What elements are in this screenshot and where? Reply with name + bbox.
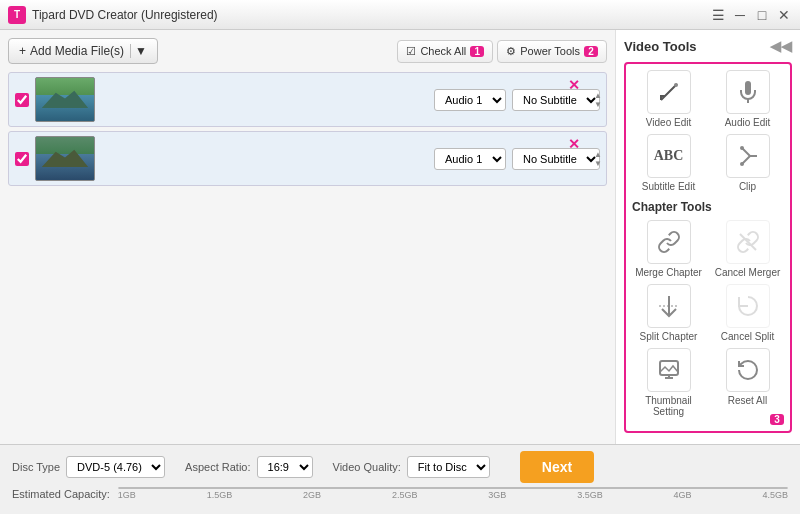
video-quality-select[interactable]: Fit to Disc High Medium Low <box>407 456 490 478</box>
video-edit-icon <box>647 70 691 114</box>
clip-tool[interactable]: Clip <box>711 134 784 192</box>
audio-select-2[interactable]: Audio 1 Audio 2 <box>434 148 506 170</box>
collapse-icon[interactable]: ◀◀ <box>770 38 792 54</box>
titlebar: T Tipard DVD Creator (Unregistered) ☰ ─ … <box>0 0 800 30</box>
power-tools-button[interactable]: ⚙ Power Tools 2 <box>497 40 607 63</box>
clip-label: Clip <box>739 181 756 192</box>
check-all-label: Check All <box>420 45 466 57</box>
subtitle-select-1[interactable]: No Subtitle Subtitle 1 <box>512 89 600 111</box>
video-edit-tool[interactable]: Video Edit <box>632 70 705 128</box>
cancel-merger-icon <box>726 220 770 264</box>
video-edit-label: Video Edit <box>646 117 691 128</box>
left-panel: + Add Media File(s) ▼ ☑ Check All 1 ⚙ Po… <box>0 30 615 444</box>
media-thumbnail-2 <box>35 136 95 181</box>
cancel-merger-label: Cancel Merger <box>715 267 781 278</box>
main-area: + Add Media File(s) ▼ ☑ Check All 1 ⚙ Po… <box>0 30 800 444</box>
toolbar-right: ☑ Check All 1 ⚙ Power Tools 2 <box>397 40 607 63</box>
chapter-tools-title: Chapter Tools <box>632 200 784 214</box>
down-arrow-icon[interactable]: ▼ <box>594 100 602 109</box>
video-tools-section: Video Edit Audio Edit ABC Subtitle Edit <box>624 62 792 433</box>
estimated-capacity-label: Estimated Capacity: <box>12 488 110 500</box>
up-arrow-icon[interactable]: ▲ <box>594 91 602 100</box>
check-all-badge: 1 <box>470 46 484 57</box>
power-tools-label: Power Tools <box>520 45 580 57</box>
video-tools-title: Video Tools <box>624 39 696 54</box>
merge-chapter-label: Merge Chapter <box>635 267 702 278</box>
media-list: Audio 1 Audio 2 No Subtitle Subtitle 1 ✕… <box>8 72 607 186</box>
aspect-ratio-select[interactable]: 16:9 4:3 <box>257 456 313 478</box>
toolbar: + Add Media File(s) ▼ ☑ Check All 1 ⚙ Po… <box>8 38 607 64</box>
bottom-settings-row: Disc Type DVD-5 (4.76) DVD-9 (8.5) Aspec… <box>12 451 788 483</box>
up-arrow-icon[interactable]: ▲ <box>594 150 602 159</box>
disc-type-field: Disc Type DVD-5 (4.76) DVD-9 (8.5) <box>12 456 165 478</box>
aspect-ratio-label: Aspect Ratio: <box>185 461 250 473</box>
reset-all-tool[interactable]: Reset All <box>711 348 784 417</box>
media-thumbnail-1 <box>35 77 95 122</box>
thumbnail-setting-icon <box>647 348 691 392</box>
reorder-arrows-2[interactable]: ▲ ▼ <box>594 150 602 168</box>
minimize-icon[interactable]: ─ <box>732 7 748 23</box>
maximize-icon[interactable]: □ <box>754 7 770 23</box>
remove-media-2[interactable]: ✕ <box>568 136 580 152</box>
reset-all-icon <box>726 348 770 392</box>
tick-35gb: 3.5GB <box>577 490 603 500</box>
power-tools-icon: ⚙ <box>506 45 516 58</box>
tick-45gb: 4.5GB <box>762 490 788 500</box>
right-panel: Video Tools ◀◀ Video Edit Audio Edit <box>615 30 800 444</box>
check-all-icon: ☑ <box>406 45 416 58</box>
tick-15gb: 1.5GB <box>207 490 233 500</box>
capacity-bar-container: 0.5GB 1GB 1.5GB 2GB 2.5GB 3GB 3.5GB 4GB … <box>118 487 788 500</box>
app-title: Tipard DVD Creator (Unregistered) <box>32 8 710 22</box>
video-quality-field: Video Quality: Fit to Disc High Medium L… <box>333 456 490 478</box>
tick-4gb: 4GB <box>674 490 692 500</box>
tick-1gb: 1GB <box>118 490 136 500</box>
merge-chapter-icon <box>647 220 691 264</box>
chapter-tools-badge: 3 <box>770 414 784 425</box>
chapter-tools-grid: Merge Chapter Cancel Merger Split Chapte… <box>632 220 784 417</box>
audio-select-1[interactable]: Audio 1 Audio 2 <box>434 89 506 111</box>
cancel-split-label: Cancel Split <box>721 331 774 342</box>
close-icon[interactable]: ✕ <box>776 7 792 23</box>
add-media-label: Add Media File(s) <box>30 44 124 58</box>
check-all-button[interactable]: ☑ Check All 1 <box>397 40 493 63</box>
media-checkbox-1[interactable] <box>15 93 29 107</box>
audio-edit-icon <box>726 70 770 114</box>
aspect-ratio-field: Aspect Ratio: 16:9 4:3 <box>185 456 312 478</box>
merge-chapter-tool[interactable]: Merge Chapter <box>632 220 705 278</box>
add-media-button[interactable]: + Add Media File(s) ▼ <box>8 38 158 64</box>
svg-line-5 <box>742 156 750 164</box>
add-media-dropdown-arrow[interactable]: ▼ <box>130 44 147 58</box>
disc-type-select[interactable]: DVD-5 (4.76) DVD-9 (8.5) <box>66 456 165 478</box>
tick-3gb: 3GB <box>488 490 506 500</box>
split-chapter-tool[interactable]: Split Chapter <box>632 284 705 342</box>
next-button[interactable]: Next <box>520 451 594 483</box>
bottom-bar: Disc Type DVD-5 (4.76) DVD-9 (8.5) Aspec… <box>0 444 800 514</box>
window-menu-icon[interactable]: ☰ <box>710 7 726 23</box>
subtitle-edit-icon: ABC <box>647 134 691 178</box>
window-controls: ☰ ─ □ ✕ <box>710 7 792 23</box>
down-arrow-icon[interactable]: ▼ <box>594 159 602 168</box>
capacity-bar-value: 0.5GB <box>440 487 466 489</box>
thumbnail-setting-label: Thumbnail Setting <box>632 395 705 417</box>
capacity-row: Estimated Capacity: 0.5GB 1GB 1.5GB 2GB … <box>12 487 788 500</box>
remove-media-1[interactable]: ✕ <box>568 77 580 93</box>
audio-edit-tool[interactable]: Audio Edit <box>711 70 784 128</box>
subtitle-edit-tool[interactable]: ABC Subtitle Edit <box>632 134 705 192</box>
table-row: Audio 1 Audio 2 No Subtitle Subtitle 1 ✕… <box>8 131 607 186</box>
subtitle-select-2[interactable]: No Subtitle Subtitle 1 <box>512 148 600 170</box>
video-tools-grid: Video Edit Audio Edit ABC Subtitle Edit <box>632 70 784 192</box>
cancel-split-icon <box>726 284 770 328</box>
reorder-arrows-1[interactable]: ▲ ▼ <box>594 91 602 109</box>
capacity-bar: 0.5GB <box>118 487 788 489</box>
clip-icon <box>726 134 770 178</box>
svg-line-7 <box>740 234 756 250</box>
thumbnail-setting-tool[interactable]: Thumbnail Setting <box>632 348 705 417</box>
app-icon: T <box>8 6 26 24</box>
media-checkbox-2[interactable] <box>15 152 29 166</box>
table-row: Audio 1 Audio 2 No Subtitle Subtitle 1 ✕… <box>8 72 607 127</box>
tick-25gb: 2.5GB <box>392 490 418 500</box>
add-media-icon: + <box>19 44 26 58</box>
video-tools-header: Video Tools ◀◀ <box>624 38 792 54</box>
cancel-split-tool[interactable]: Cancel Split <box>711 284 784 342</box>
cancel-merger-tool[interactable]: Cancel Merger <box>711 220 784 278</box>
